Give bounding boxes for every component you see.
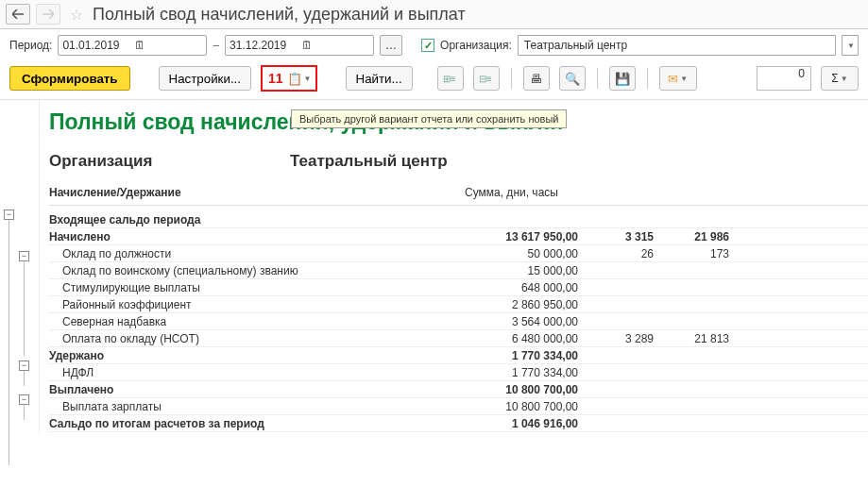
chevron-down-icon: ▼ (841, 75, 848, 83)
chevron-down-icon: ▼ (304, 75, 312, 83)
generate-button[interactable]: Сформировать (9, 66, 130, 91)
table-row: Районный коэффициент2 860 950,00 (49, 296, 868, 313)
cell-name: Оплата по окладу (НСОТ) (49, 332, 465, 345)
table-row: Оклад по должности50 000,0026173 (49, 245, 868, 262)
page-title: Полный свод начислений, удержаний и выпл… (93, 5, 466, 25)
find-label: Найти... (356, 72, 402, 86)
org-select-value: Театральный центр (524, 39, 627, 52)
cell-days: 3 289 (578, 332, 654, 345)
favorite-star-icon[interactable]: ☆ (70, 6, 83, 24)
paste-icon: 📋 (287, 72, 302, 86)
period-label: Период: (9, 39, 52, 52)
cell-sum: 13 617 950,00 (465, 230, 578, 243)
table-row: Выплачено10 800 700,00 (49, 381, 868, 398)
outline-toggle[interactable]: − (19, 360, 29, 371)
cell-sum: 10 800 700,00 (465, 400, 578, 413)
outline-toggle[interactable]: − (19, 251, 29, 261)
period-picker-button[interactable]: … (380, 35, 402, 56)
table-row: Оплата по окладу (НСОТ)6 480 000,003 289… (49, 330, 868, 347)
cell-name: Стимулирующие выплаты (49, 281, 465, 294)
sigma-button[interactable]: Σ ▼ (821, 66, 859, 91)
cell-hours: 21 986 (654, 230, 729, 243)
org-checkbox[interactable]: ✓ (421, 39, 434, 52)
cell-name: НДФЛ (49, 366, 465, 379)
find-button[interactable]: Найти... (346, 66, 413, 91)
collapse-tree-button[interactable]: ⊟≡ (473, 66, 500, 91)
report-rows: Входящее сальдо периодаНачислено13 617 9… (49, 211, 868, 432)
cell-name: Сальдо по итогам расчетов за период (49, 417, 465, 430)
chevron-down-icon: ▼ (680, 75, 688, 83)
calendar-icon[interactable]: 🗓 (134, 39, 202, 52)
settings-button[interactable]: Настройки... (159, 66, 251, 91)
tooltip: Выбрать другой вариант отчета или сохран… (291, 109, 567, 128)
print-button[interactable]: 🖶 (523, 66, 550, 91)
date-to-value: 31.12.2019 (230, 39, 298, 52)
report-org-label: Организация (49, 152, 290, 171)
cell-name: Начислено (49, 230, 465, 243)
expand-tree-button[interactable]: ⊞≡ (437, 66, 464, 91)
cell-name: Оклад по должности (49, 247, 465, 260)
cell-sum: 648 000,00 (465, 281, 578, 294)
cell-sum: 6 480 000,00 (465, 332, 578, 345)
collapse-icon: ⊟≡ (479, 74, 492, 84)
cell-name: Входящее сальдо периода (49, 213, 465, 226)
variant-box[interactable]: 11 📋 ▼ (261, 65, 317, 92)
report-body: Полный свод начислений, удержаний и выпл… (40, 100, 868, 432)
preview-button[interactable]: 🔍 (559, 66, 586, 91)
cell-name: Выплата зарплаты (49, 400, 465, 413)
settings-label: Настройки... (169, 72, 241, 86)
cell-days: 3 315 (578, 230, 654, 243)
print-icon: 🖶 (530, 72, 542, 86)
table-row: Сальдо по итогам расчетов за период1 046… (49, 415, 868, 432)
cell-sum: 2 860 950,00 (465, 298, 578, 311)
cell-hours: 173 (654, 247, 729, 260)
table-row: Северная надбавка3 564 000,00 (49, 313, 868, 330)
variant-number: 11 (268, 71, 283, 86)
date-from-input[interactable]: 01.01.2019 🗓 (58, 35, 207, 56)
outline-toggle[interactable]: − (4, 209, 14, 220)
table-row: Входящее сальдо периода (49, 211, 868, 228)
report-org-row: Организация Театральный центр (49, 152, 868, 171)
cell-sum: 1 046 916,00 (465, 417, 578, 430)
back-button[interactable] (6, 4, 30, 25)
org-label: Организация: (440, 39, 512, 52)
save-button[interactable]: 💾 (609, 66, 636, 91)
cell-name: Оклад по воинскому (специальному) званию (49, 264, 465, 277)
cell-sum: 15 000,00 (465, 264, 578, 277)
envelope-icon: ✉ (668, 72, 678, 86)
table-row: Удержано1 770 334,00 (49, 347, 868, 364)
email-button[interactable]: ✉ ▼ (659, 66, 697, 91)
table-row: Выплата зарплаты10 800 700,00 (49, 398, 868, 415)
cell-name: Районный коэффициент (49, 298, 465, 311)
report-header-row: Начисление/Удержание Сумма, дни, часы (49, 186, 868, 206)
titlebar: ☆ Полный свод начислений, удержаний и вы… (0, 0, 868, 29)
cell-sum: 3 564 000,00 (465, 315, 578, 328)
dash: – (213, 39, 219, 52)
expand-icon: ⊞≡ (443, 74, 456, 84)
date-to-input[interactable]: 31.12.2019 🗓 (225, 35, 374, 56)
cell-sum: 10 800 700,00 (465, 383, 578, 396)
cell-name: Выплачено (49, 383, 465, 396)
outline-toggle[interactable]: − (19, 394, 29, 405)
cell-sum: 1 770 334,00 (465, 366, 578, 379)
calendar-icon[interactable]: 🗓 (301, 39, 369, 52)
date-from-value: 01.01.2019 (62, 39, 130, 52)
cell-name: Северная надбавка (49, 315, 465, 328)
org-select[interactable]: Театральный центр (518, 35, 836, 56)
cell-days: 26 (578, 247, 654, 260)
cell-sum: 50 000,00 (465, 247, 578, 260)
table-row: Начислено13 617 950,003 31521 986 (49, 228, 868, 245)
cell-hours: 21 813 (654, 332, 729, 345)
col-name-header: Начисление/Удержание (49, 186, 465, 199)
forward-button[interactable] (36, 4, 60, 25)
report-area: − − − − Полный свод начислений, удержани… (0, 99, 868, 432)
org-dropdown-arrow[interactable]: ▼ (842, 35, 859, 56)
filter-bar: Период: 01.01.2019 🗓 – 31.12.2019 🗓 … ✓ … (0, 29, 868, 61)
cell-sum: 1 770 334,00 (465, 349, 578, 362)
sigma-icon: Σ (831, 72, 838, 85)
save-icon: 💾 (615, 72, 630, 86)
numeric-field[interactable]: 0 (757, 66, 811, 91)
table-row: Оклад по воинскому (специальному) званию… (49, 262, 868, 279)
table-row: Стимулирующие выплаты648 000,00 (49, 279, 868, 296)
table-row: НДФЛ1 770 334,00 (49, 364, 868, 381)
